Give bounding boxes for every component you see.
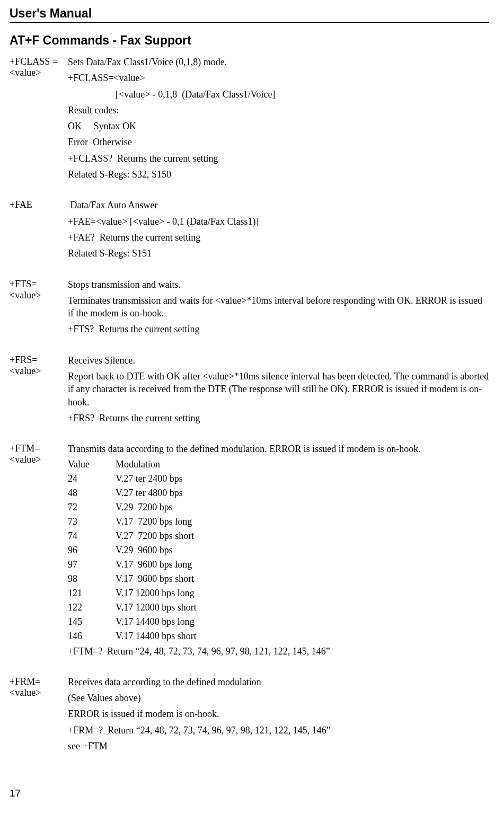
text-line: Terminates transmission and waits for <v… xyxy=(68,294,489,320)
modulation-row: 97V.17 9600 bps long xyxy=(68,559,489,570)
command-name: +FRM= <value> xyxy=(10,676,68,698)
modulation-row: 72V.29 7200 bps xyxy=(68,502,489,513)
command-entry: +FCLASS =<value>Sets Data/Fax Class1/Voi… xyxy=(10,56,489,184)
modulation-value: 74 xyxy=(68,530,116,542)
command-description: Transmits data according to the defined … xyxy=(68,443,489,661)
command-list: +FCLASS =<value>Sets Data/Fax Class1/Voi… xyxy=(10,56,489,756)
command-name: +FRS= <value> xyxy=(10,354,68,377)
modulation-label: V.17 9600 bps short xyxy=(116,573,194,585)
command-name: +FTS= <value> xyxy=(10,278,68,301)
command-entry: +FAE Data/Fax Auto Answer+FAE=<value> [<… xyxy=(10,199,489,263)
modulation-row: 74V.27 7200 bps short xyxy=(68,530,489,542)
command-description: Stops transmission and waits.Terminates … xyxy=(68,278,489,339)
text-line: +FAE=<value> [<value> - 0,1 (Data/Fax Cl… xyxy=(68,215,489,228)
modulation-value: 48 xyxy=(68,488,116,499)
command-description: Sets Data/Fax Class1/Voice (0,1,8) mode.… xyxy=(68,56,489,184)
text-line: [<value> - 0,1,8 (Data/Fax Class1/Voice] xyxy=(68,88,489,101)
text-line: +FTS? Returns the current setting xyxy=(68,323,489,335)
command-name: +FTM= <value> xyxy=(10,443,68,465)
modulation-value: 98 xyxy=(68,573,116,585)
modulation-label: V.29 7200 bps xyxy=(116,502,173,513)
text-line: Data/Fax Auto Answer xyxy=(68,199,489,211)
modulation-row: 73V.17 7200 bps long xyxy=(68,516,489,527)
command-name: +FAE xyxy=(10,199,68,210)
command-name: +FCLASS =<value> xyxy=(10,56,68,78)
page-number: 17 xyxy=(10,787,489,799)
text-line: +FCLASS=<value> xyxy=(68,72,489,84)
modulation-value: 145 xyxy=(68,616,116,627)
text-line: Related S-Regs: S32, S150 xyxy=(68,168,489,181)
modulation-label: V.17 14400 bps long xyxy=(116,616,194,627)
command-entry: +FTM= <value>Transmits data according to… xyxy=(10,443,489,661)
text-line: Stops transmission and waits. xyxy=(68,278,489,291)
command-entry: +FRM= <value>Receives data according to … xyxy=(10,676,489,756)
text-line: ERROR is issued if modem is on-hook. xyxy=(68,707,489,720)
modulation-label: V.17 9600 bps long xyxy=(116,559,192,570)
text-line: (See Values above) xyxy=(68,692,489,704)
text-line: Transmits data according to the defined … xyxy=(68,443,489,455)
modulation-label: V.29 9600 bps xyxy=(116,545,173,556)
text-line: Result codes: xyxy=(68,104,489,117)
text-line: +FCLASS? Returns the current setting xyxy=(68,152,489,165)
command-description: Data/Fax Auto Answer+FAE=<value> [<value… xyxy=(68,199,489,263)
modulation-label-header: Modulation xyxy=(116,459,160,470)
modulation-value: 96 xyxy=(68,545,116,556)
modulation-value: 97 xyxy=(68,559,116,570)
modulation-row: 121V.17 12000 bps long xyxy=(68,588,489,599)
modulation-value: 73 xyxy=(68,516,116,527)
text-line: Receives data according to the defined m… xyxy=(68,676,489,688)
text-line: Error Otherwise xyxy=(68,136,489,148)
modulation-row: 122V.17 12000 bps short xyxy=(68,602,489,613)
command-description: Receives data according to the defined m… xyxy=(68,676,489,756)
text-line: +FTM=? Return “24, 48, 72, 73, 74, 96, 9… xyxy=(68,645,489,658)
text-line: OK Syntax OK xyxy=(68,120,489,132)
text-line: Related S-Regs: S151 xyxy=(68,247,489,260)
text-line: +FRM=? Return “24, 48, 72, 73, 74, 96, 9… xyxy=(68,724,489,737)
command-entry: +FRS= <value>Receives Silence.Report bac… xyxy=(10,354,489,428)
modulation-row: 145V.17 14400 bps long xyxy=(68,616,489,627)
page-header: User's Manual xyxy=(10,6,489,23)
command-entry: +FTS= <value>Stops transmission and wait… xyxy=(10,278,489,339)
modulation-label: V.17 12000 bps short xyxy=(116,602,197,613)
modulation-row: 24V.27 ter 2400 bps xyxy=(68,473,489,484)
text-line: +FAE? Returns the current setting xyxy=(68,231,489,244)
text-line: +FRS? Returns the current setting xyxy=(68,412,489,424)
modulation-row: 96V.29 9600 bps xyxy=(68,545,489,556)
modulation-label: V.27 ter 2400 bps xyxy=(116,473,183,484)
command-description: Receives Silence.Report back to DTE with… xyxy=(68,354,489,428)
modulation-header: ValueModulation xyxy=(68,459,489,470)
text-line: see +FTM xyxy=(68,740,489,753)
modulation-value-header: Value xyxy=(68,459,116,470)
modulation-label: V.17 12000 bps long xyxy=(116,588,194,599)
modulation-value: 122 xyxy=(68,602,116,613)
modulation-label: V.27 ter 4800 bps xyxy=(116,488,183,499)
modulation-label: V.17 14400 bps short xyxy=(116,631,197,642)
section-heading: AT+F Commands - Fax Support xyxy=(10,33,191,48)
modulation-value: 121 xyxy=(68,588,116,599)
modulation-row: 48V.27 ter 4800 bps xyxy=(68,488,489,499)
modulation-value: 24 xyxy=(68,473,116,484)
modulation-label: V.17 7200 bps long xyxy=(116,516,192,527)
modulation-value: 146 xyxy=(68,631,116,642)
modulation-row: 98V.17 9600 bps short xyxy=(68,573,489,585)
modulation-value: 72 xyxy=(68,502,116,513)
modulation-row: 146V.17 14400 bps short xyxy=(68,631,489,642)
text-line: Report back to DTE with OK after <value>… xyxy=(68,370,489,409)
text-line: Sets Data/Fax Class1/Voice (0,1,8) mode. xyxy=(68,56,489,68)
text-line: Receives Silence. xyxy=(68,354,489,367)
modulation-label: V.27 7200 bps short xyxy=(116,530,194,542)
